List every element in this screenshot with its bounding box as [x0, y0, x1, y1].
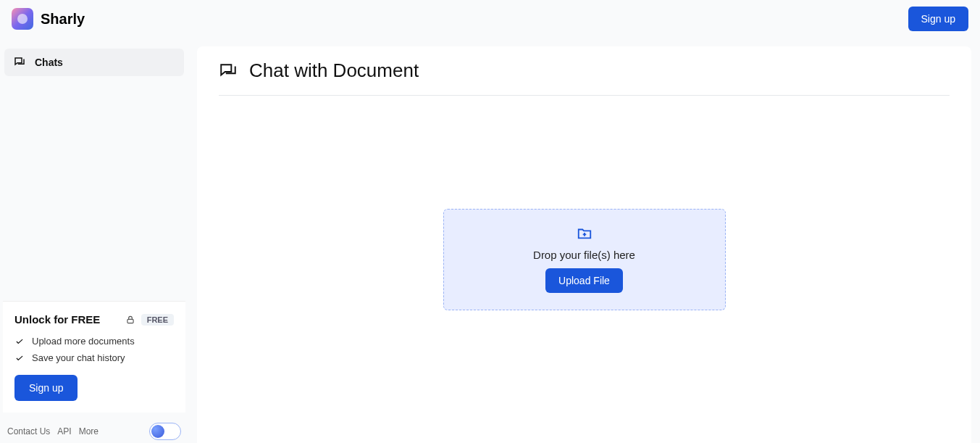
- logo-icon: [12, 8, 33, 30]
- footer-link-contact[interactable]: Contact Us: [7, 426, 50, 436]
- feature-item: Upload more documents: [14, 336, 174, 347]
- check-icon: [14, 353, 25, 363]
- lock-icon: [125, 315, 135, 325]
- sidebar-item-chats[interactable]: Chats: [4, 49, 184, 76]
- signup-button-sidebar[interactable]: Sign up: [14, 375, 78, 401]
- unlock-title: Unlock for FREE: [14, 313, 100, 326]
- check-icon: [14, 336, 25, 347]
- feature-item: Save your chat history: [14, 352, 174, 363]
- signup-button-top[interactable]: Sign up: [908, 7, 968, 31]
- sidebar-footer: Contact Us API More: [0, 415, 188, 443]
- feature-text: Save your chat history: [32, 352, 125, 363]
- footer-link-api[interactable]: API: [57, 426, 71, 436]
- unlock-card: Unlock for FREE FREE Upload more documen…: [3, 301, 185, 413]
- chat-icon: [13, 56, 26, 69]
- footer-link-more[interactable]: More: [79, 426, 99, 436]
- file-dropzone[interactable]: Drop your file(s) here Upload File: [443, 209, 726, 310]
- header: Sharly Sign up: [0, 0, 980, 38]
- sidebar-item-label: Chats: [35, 57, 63, 68]
- feature-text: Upload more documents: [32, 336, 135, 347]
- folder-add-icon: [576, 225, 593, 241]
- brand-logo[interactable]: Sharly: [12, 8, 85, 30]
- dropzone-prompt: Drop your file(s) here: [533, 249, 635, 261]
- main-content: Chat with Document Drop your file(s) her…: [188, 38, 980, 443]
- theme-toggle[interactable]: [149, 423, 181, 440]
- svg-rect-0: [127, 319, 133, 323]
- upload-file-button[interactable]: Upload File: [545, 268, 623, 293]
- page-title: Chat with Document: [249, 59, 419, 82]
- sidebar: Chats Unlock for FREE FREE Upload more d…: [0, 38, 188, 443]
- brand-name: Sharly: [41, 11, 85, 28]
- chat-icon: [219, 62, 238, 80]
- moon-icon: [151, 425, 164, 438]
- free-badge: FREE: [141, 314, 174, 326]
